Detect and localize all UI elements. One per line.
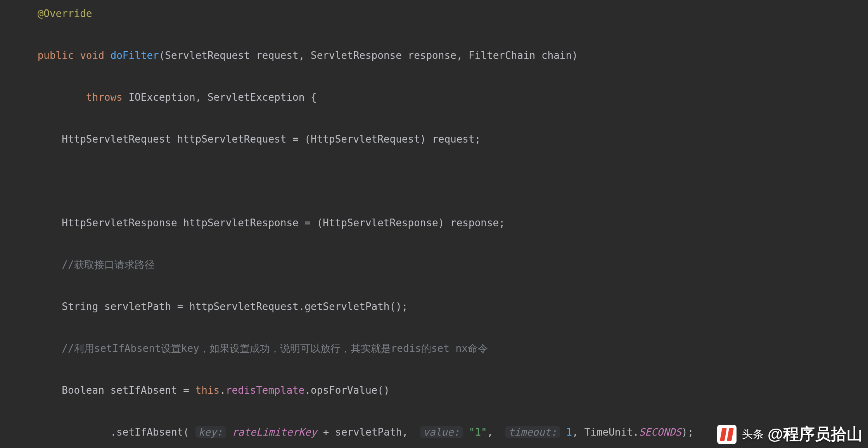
code-token xyxy=(13,343,62,354)
toutiao-logo-icon xyxy=(717,425,737,444)
keyword-void: void xyxy=(80,50,104,61)
number-literal: 1 xyxy=(566,426,572,438)
line-response-cast: HttpServletResponse httpServletResponse … xyxy=(62,217,505,229)
code-token xyxy=(13,301,62,312)
watermark-handle: @程序员拾山 xyxy=(768,424,863,445)
line-servlet-path: String servletPath = httpServletRequest.… xyxy=(62,301,408,312)
line-request-cast: HttpServletRequest httpServletRequest = … xyxy=(62,133,481,145)
annotation: @Override xyxy=(38,8,92,19)
keyword-throws: throws xyxy=(86,91,123,103)
string-literal: "1" xyxy=(469,426,487,438)
comment: //获取接口请求路径 xyxy=(62,259,154,271)
method-params: (ServletRequest request, ServletResponse… xyxy=(159,50,578,61)
param-hint-timeout: timeout: xyxy=(505,426,560,438)
code-token xyxy=(13,8,38,19)
constant-seconds: SECONDS xyxy=(639,426,681,438)
keyword-public: public xyxy=(38,50,74,61)
code-token xyxy=(13,384,62,396)
arg-rate-limiter-key: rateLimiterKey xyxy=(232,426,317,438)
code-token xyxy=(13,91,86,103)
ops-for-value: .opsForValue() xyxy=(304,384,389,396)
code-editor: @Override public void doFilter(ServletRe… xyxy=(0,0,868,448)
code-token xyxy=(13,259,62,271)
set-if-absent-call: .setIfAbsent( xyxy=(110,426,189,438)
comment: //利用setIfAbsent设置key，如果设置成功，说明可以放行，其实就是r… xyxy=(62,343,488,354)
field-redis-template: redisTemplate xyxy=(226,384,305,396)
code-token xyxy=(13,133,62,145)
keyword-this: this xyxy=(195,384,220,396)
code-token xyxy=(13,50,38,61)
code-token xyxy=(13,217,62,229)
param-hint-value: value: xyxy=(420,426,463,438)
watermark-prefix: 头条 xyxy=(742,427,764,442)
code-token xyxy=(13,426,110,438)
watermark: 头条 @程序员拾山 xyxy=(717,424,863,445)
method-name: doFilter xyxy=(110,50,159,61)
throws-list: IOException, ServletException { xyxy=(128,91,316,103)
param-hint-key: key: xyxy=(195,426,226,438)
set-lhs: Boolean setIfAbsent = xyxy=(62,384,195,396)
